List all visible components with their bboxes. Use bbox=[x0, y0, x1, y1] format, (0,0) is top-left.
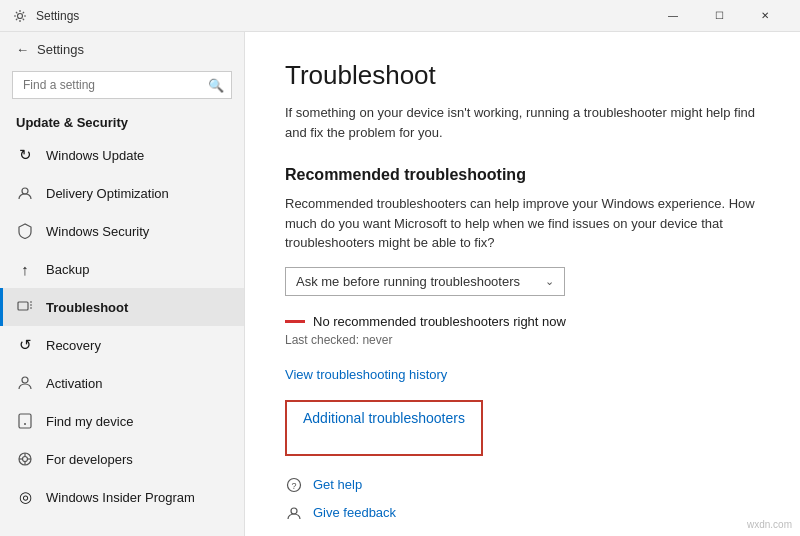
get-help-link[interactable]: ? Get help bbox=[285, 476, 760, 494]
sidebar-item-label: Windows Update bbox=[46, 148, 144, 163]
activation-icon bbox=[16, 374, 34, 392]
sidebar-item-recovery[interactable]: ↺ Recovery bbox=[0, 326, 244, 364]
no-troubleshooter-status: No recommended troubleshooters right now bbox=[285, 314, 760, 329]
sidebar-item-label: For developers bbox=[46, 452, 133, 467]
get-help-label: Get help bbox=[313, 477, 362, 492]
sidebar-item-label: Find my device bbox=[46, 414, 133, 429]
windows-security-icon bbox=[16, 222, 34, 240]
search-container: 🔍 bbox=[12, 71, 232, 99]
main-content: Troubleshoot If something on your device… bbox=[245, 32, 800, 536]
recommended-title: Recommended troubleshooting bbox=[285, 166, 760, 184]
back-button[interactable]: ← Settings bbox=[0, 32, 244, 67]
sidebar-item-label: Activation bbox=[46, 376, 102, 391]
sidebar-item-label: Backup bbox=[46, 262, 89, 277]
chevron-down-icon: ⌄ bbox=[545, 275, 554, 288]
minimize-button[interactable]: — bbox=[650, 0, 696, 32]
search-input[interactable] bbox=[12, 71, 232, 99]
sidebar-item-windows-update[interactable]: ↻ Windows Update bbox=[0, 136, 244, 174]
sidebar-item-windows-insider[interactable]: ◎ Windows Insider Program bbox=[0, 478, 244, 516]
sidebar-item-find-my-device[interactable]: Find my device bbox=[0, 402, 244, 440]
svg-point-6 bbox=[22, 377, 28, 383]
troubleshooter-dropdown[interactable]: Ask me before running troubleshooters ⌄ bbox=[285, 267, 565, 296]
dropdown-value: Ask me before running troubleshooters bbox=[296, 274, 520, 289]
recommended-description: Recommended troubleshooters can help imp… bbox=[285, 194, 760, 253]
svg-point-1 bbox=[22, 188, 28, 194]
title-bar: Settings — ☐ ✕ bbox=[0, 0, 800, 32]
svg-point-17 bbox=[291, 508, 297, 514]
delivery-optimization-icon bbox=[16, 184, 34, 202]
give-feedback-label: Give feedback bbox=[313, 505, 396, 520]
sidebar-item-windows-security[interactable]: Windows Security bbox=[0, 212, 244, 250]
back-icon: ← bbox=[16, 42, 29, 57]
sidebar-item-label: Recovery bbox=[46, 338, 101, 353]
windows-insider-icon: ◎ bbox=[16, 488, 34, 506]
sidebar-item-for-developers[interactable]: For developers bbox=[0, 440, 244, 478]
give-feedback-icon bbox=[285, 504, 303, 522]
svg-point-8 bbox=[24, 423, 26, 425]
svg-rect-2 bbox=[18, 302, 28, 310]
backup-icon: ↑ bbox=[16, 260, 34, 278]
sidebar-item-troubleshoot[interactable]: Troubleshoot bbox=[0, 288, 244, 326]
help-links-section: ? Get help Give feedback bbox=[285, 476, 760, 522]
close-button[interactable]: ✕ bbox=[742, 0, 788, 32]
maximize-button[interactable]: ☐ bbox=[696, 0, 742, 32]
find-my-device-icon bbox=[16, 412, 34, 430]
view-history-link[interactable]: View troubleshooting history bbox=[285, 367, 760, 382]
svg-rect-7 bbox=[19, 414, 31, 428]
page-title: Troubleshoot bbox=[285, 60, 760, 91]
troubleshoot-icon bbox=[16, 298, 34, 316]
sidebar-item-label: Delivery Optimization bbox=[46, 186, 169, 201]
recovery-icon: ↺ bbox=[16, 336, 34, 354]
sidebar-item-backup[interactable]: ↑ Backup bbox=[0, 250, 244, 288]
page-description: If something on your device isn't workin… bbox=[285, 103, 760, 142]
svg-point-0 bbox=[18, 13, 23, 18]
additional-troubleshooters-button[interactable]: Additional troubleshooters bbox=[287, 402, 481, 434]
settings-icon bbox=[12, 8, 28, 24]
back-label: Settings bbox=[37, 42, 84, 57]
give-feedback-link[interactable]: Give feedback bbox=[285, 504, 760, 522]
sidebar-item-activation[interactable]: Activation bbox=[0, 364, 244, 402]
svg-text:?: ? bbox=[291, 481, 296, 491]
sidebar-item-label: Windows Security bbox=[46, 224, 149, 239]
section-header: Update & Security bbox=[0, 107, 244, 136]
sidebar-item-label: Windows Insider Program bbox=[46, 490, 195, 505]
sidebar-item-label: Troubleshoot bbox=[46, 300, 128, 315]
title-bar-text: Settings bbox=[36, 9, 650, 23]
windows-update-icon: ↻ bbox=[16, 146, 34, 164]
svg-point-10 bbox=[23, 457, 28, 462]
get-help-icon: ? bbox=[285, 476, 303, 494]
no-troubleshooter-text: No recommended troubleshooters right now bbox=[313, 314, 566, 329]
last-checked-text: Last checked: never bbox=[285, 333, 760, 347]
red-dash-icon bbox=[285, 320, 305, 323]
for-developers-icon bbox=[16, 450, 34, 468]
search-icon: 🔍 bbox=[208, 78, 224, 93]
app-container: ← Settings 🔍 Update & Security ↻ Windows… bbox=[0, 32, 800, 536]
sidebar-item-delivery-optimization[interactable]: Delivery Optimization bbox=[0, 174, 244, 212]
window-controls: — ☐ ✕ bbox=[650, 0, 788, 32]
sidebar: ← Settings 🔍 Update & Security ↻ Windows… bbox=[0, 32, 245, 536]
